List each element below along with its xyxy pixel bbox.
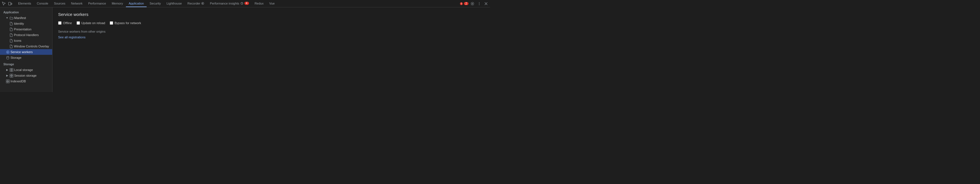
tab-bar: Elements Console Sources Network Perform… bbox=[0, 0, 490, 7]
local-storage-arrow: ▶ bbox=[6, 69, 8, 71]
sidebar-item-label: Session storage bbox=[14, 74, 37, 77]
options-row: Offline Update on reload Bypass for netw… bbox=[58, 21, 484, 25]
error-icon bbox=[460, 2, 463, 5]
settings-icon[interactable] bbox=[469, 1, 475, 6]
page-title: Service workers bbox=[58, 12, 484, 17]
offline-label: Offline bbox=[63, 21, 72, 25]
other-origins-label: Service workers from other origins bbox=[58, 30, 484, 33]
tab-memory[interactable]: Memory bbox=[109, 0, 126, 7]
sidebar-item-label: Service workers bbox=[11, 50, 33, 54]
svg-rect-17 bbox=[10, 76, 11, 77]
sidebar-item-service-workers[interactable]: Service workers bbox=[0, 49, 52, 55]
sidebar-item-label: Window Controls Overlay bbox=[14, 45, 49, 48]
devtools-root: Elements Console Sources Network Perform… bbox=[0, 0, 490, 92]
session-storage-arrow: ▶ bbox=[6, 74, 8, 77]
bypass-for-network-checkbox[interactable] bbox=[110, 21, 113, 25]
close-icon[interactable] bbox=[483, 1, 489, 6]
svg-rect-18 bbox=[12, 76, 13, 77]
svg-rect-20 bbox=[8, 80, 10, 81]
sidebar-item-label: Manifest bbox=[14, 16, 26, 19]
svg-rect-19 bbox=[6, 80, 8, 81]
svg-point-7 bbox=[479, 5, 479, 5]
content-panel: Service workers Offline Update on reload… bbox=[52, 7, 490, 92]
performance-insights-badge: 4 bbox=[245, 2, 249, 5]
sidebar-item-label: Local storage bbox=[14, 68, 33, 72]
sidebar-item-icons[interactable]: Icons bbox=[0, 38, 52, 43]
tab-security[interactable]: Security bbox=[146, 0, 164, 7]
svg-point-10 bbox=[6, 56, 9, 57]
sidebar-section-app: Application bbox=[0, 8, 52, 15]
file-icon bbox=[9, 27, 13, 31]
svg-point-5 bbox=[479, 2, 479, 3]
tab-application[interactable]: Application bbox=[126, 0, 147, 7]
svg-rect-22 bbox=[8, 82, 10, 83]
service-workers-icon bbox=[6, 50, 10, 54]
sidebar-item-local-storage[interactable]: ▶ Local storage bbox=[0, 67, 52, 73]
grid-icon bbox=[6, 79, 10, 83]
svg-rect-16 bbox=[12, 74, 13, 75]
tab-sources[interactable]: Sources bbox=[51, 0, 68, 7]
performance-insights-icon bbox=[240, 2, 243, 5]
file-icon bbox=[9, 44, 13, 48]
svg-rect-13 bbox=[10, 70, 11, 72]
sidebar-item-manifest[interactable]: ▼ Manifest bbox=[0, 15, 52, 21]
grid-icon bbox=[10, 74, 13, 77]
sidebar-item-window-controls-overlay[interactable]: Window Controls Overlay bbox=[0, 43, 52, 49]
errors-counter[interactable]: 2 bbox=[460, 2, 468, 5]
svg-rect-12 bbox=[12, 69, 13, 70]
grid-icon bbox=[10, 68, 13, 72]
offline-checkbox-label[interactable]: Offline bbox=[58, 21, 72, 25]
folder-icon bbox=[10, 16, 13, 20]
tab-performance[interactable]: Performance bbox=[85, 0, 109, 7]
tab-lighthouse[interactable]: Lighthouse bbox=[164, 0, 185, 7]
svg-point-4 bbox=[472, 3, 473, 4]
svg-rect-11 bbox=[10, 69, 11, 70]
svg-rect-15 bbox=[10, 74, 11, 75]
sidebar-item-label: Icons bbox=[14, 39, 21, 42]
bypass-for-network-label: Bypass for network bbox=[115, 21, 141, 25]
offline-checkbox[interactable] bbox=[58, 21, 62, 25]
see-all-registrations-link[interactable]: See all registrations bbox=[58, 35, 86, 39]
svg-rect-21 bbox=[6, 82, 8, 83]
svg-point-9 bbox=[7, 52, 8, 53]
sidebar: Application ▼ Manifest bbox=[0, 7, 52, 92]
tab-vue[interactable]: Vue bbox=[266, 0, 277, 7]
sidebar-item-session-storage[interactable]: ▶ Session storage bbox=[0, 73, 52, 78]
device-toggle-icon[interactable] bbox=[7, 1, 13, 6]
update-on-reload-label: Update on reload bbox=[81, 21, 105, 25]
sidebar-item-protocol-handlers[interactable]: Protocol Handlers bbox=[0, 32, 52, 38]
svg-rect-1 bbox=[11, 3, 12, 5]
file-icon bbox=[9, 38, 13, 43]
update-on-reload-checkbox[interactable] bbox=[76, 21, 80, 25]
inspect-icon[interactable] bbox=[1, 1, 7, 6]
sidebar-item-presentation[interactable]: Presentation bbox=[0, 26, 52, 32]
sidebar-item-label: Presentation bbox=[14, 27, 32, 31]
tab-list: Elements Console Sources Network Perform… bbox=[15, 0, 460, 7]
svg-rect-0 bbox=[8, 2, 11, 5]
bypass-for-network-checkbox-label[interactable]: Bypass for network bbox=[110, 21, 141, 25]
toolbar-right: 2 bbox=[460, 1, 489, 6]
tab-performance-insights[interactable]: Performance insights 4 bbox=[207, 0, 251, 7]
tab-recorder[interactable]: Recorder bbox=[185, 0, 207, 7]
sidebar-section-storage: Storage bbox=[0, 61, 52, 67]
manifest-arrow: ▼ bbox=[6, 16, 8, 19]
file-icon bbox=[9, 33, 13, 37]
tab-network[interactable]: Network bbox=[68, 0, 85, 7]
svg-rect-14 bbox=[12, 70, 13, 72]
tab-redux[interactable]: Redux bbox=[252, 0, 267, 7]
more-options-icon[interactable] bbox=[476, 1, 482, 6]
sidebar-item-indexeddb[interactable]: IndexedDB bbox=[0, 78, 52, 84]
sidebar-item-label: Identity bbox=[14, 22, 24, 25]
sidebar-item-label: Protocol Handlers bbox=[14, 33, 38, 37]
tab-elements[interactable]: Elements bbox=[15, 0, 34, 7]
file-icon bbox=[9, 22, 13, 26]
errors-badge: 2 bbox=[464, 2, 468, 5]
cylinder-icon bbox=[6, 56, 10, 60]
sidebar-item-storage-item[interactable]: Storage bbox=[0, 55, 52, 61]
svg-point-6 bbox=[479, 3, 479, 4]
sidebar-item-label: Storage bbox=[11, 56, 22, 59]
toolbar-left bbox=[1, 1, 13, 6]
update-on-reload-checkbox-label[interactable]: Update on reload bbox=[76, 21, 105, 25]
sidebar-item-identity[interactable]: Identity bbox=[0, 21, 52, 26]
tab-console[interactable]: Console bbox=[34, 0, 51, 7]
